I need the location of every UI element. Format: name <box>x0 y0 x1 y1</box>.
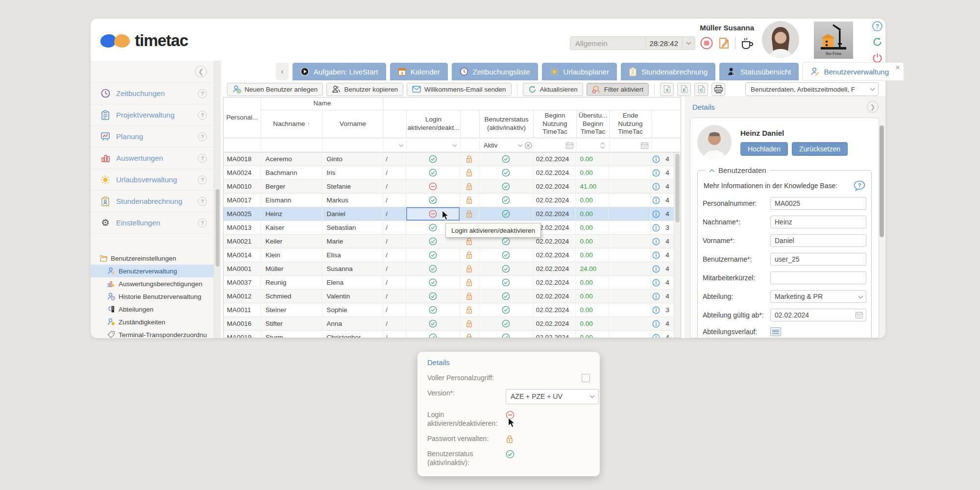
sidebar-item-auswertungen[interactable]: Auswertungen ? <box>91 147 214 169</box>
column-header-nachname[interactable]: Nachname↑ <box>261 110 322 138</box>
help-icon[interactable]: ? <box>872 21 882 31</box>
copy-user-button[interactable]: Benutzer kopieren <box>326 83 403 96</box>
voller-personalzugriff-checkbox[interactable] <box>582 374 590 382</box>
mitarbeiterkuerzel-input[interactable] <box>770 271 866 284</box>
sidebar-item-stundenabrechnung[interactable]: Stundenabrechnung ? <box>91 191 214 212</box>
cell-passwort-lock[interactable] <box>460 194 479 207</box>
cell-login-toggle[interactable] <box>406 180 460 193</box>
cell-info[interactable] <box>651 235 661 248</box>
cell-passwort-lock[interactable] <box>460 207 479 220</box>
cell-status-toggle[interactable] <box>479 262 533 275</box>
logout-power-icon[interactable] <box>872 52 882 63</box>
column-header-beginn[interactable]: Beginn Nutzung TimeTac <box>534 110 577 138</box>
cell-status-toggle[interactable] <box>479 248 533 262</box>
tab-stundenabrechnung[interactable]: Stundenabrechnung <box>621 63 715 80</box>
abteilungsverlauf-icon[interactable] <box>770 327 781 336</box>
filter-login-dropdown[interactable] <box>407 140 461 151</box>
new-user-button[interactable]: Neuen Benutzer anlegen <box>227 83 323 96</box>
cell-passwort-lock[interactable] <box>460 331 479 338</box>
cell-status-toggle[interactable] <box>479 290 533 303</box>
cell-info[interactable] <box>651 276 661 289</box>
cell-login-toggle[interactable] <box>406 317 460 330</box>
table-row[interactable]: MA0018 Aceremo Ginto / 02.02.2024 <box>223 152 674 166</box>
cell-passwort-lock[interactable] <box>460 248 479 262</box>
sidebar-item-urlaubsverwaltung[interactable]: Urlaubsverwaltung ? <box>91 169 214 191</box>
benutzerdaten-legend[interactable]: Benutzerdaten <box>706 166 770 174</box>
details-collapse-button[interactable]: ❯ <box>867 101 879 113</box>
grid-scrollbar[interactable] <box>674 152 681 338</box>
tab-aufgaben-livestart[interactable]: Aufgaben: LiveStart <box>293 63 386 80</box>
cell-login-toggle[interactable] <box>406 290 460 303</box>
cell-login-toggle[interactable] <box>406 276 460 289</box>
help-icon[interactable]: ? <box>198 219 207 227</box>
cell-status-toggle[interactable] <box>479 180 533 193</box>
cell-info[interactable] <box>651 290 661 303</box>
tab-zeitbuchungsliste[interactable]: Zeitbuchungsliste <box>452 63 538 80</box>
tab-urlaubsplaner[interactable]: Urlaubsplaner <box>542 63 617 80</box>
cell-status-toggle[interactable] <box>479 207 533 220</box>
help-icon[interactable]: ? <box>198 197 207 206</box>
task-dropdown-button[interactable] <box>682 37 695 49</box>
view-columns-select[interactable]: Benutzerdaten, Arbeitszeitmodell, F <box>745 82 879 96</box>
cell-status-toggle[interactable] <box>479 317 533 330</box>
tab-benutzerverwaltung-active[interactable]: Benutzerverwaltung ✕ <box>803 63 904 80</box>
filter-passwort[interactable] <box>461 140 480 151</box>
user-avatar[interactable] <box>762 21 799 58</box>
upload-button[interactable]: Hochladen <box>740 142 788 156</box>
tab-close-icon[interactable]: ✕ <box>895 65 900 71</box>
help-icon[interactable]: ? <box>198 154 207 163</box>
cell-status-toggle[interactable] <box>479 166 533 179</box>
export-csv-button[interactable]: C <box>694 83 708 96</box>
personalnummer-input[interactable]: MA0025 <box>770 197 866 210</box>
cell-login-toggle[interactable] <box>406 262 460 275</box>
scrollbar-thumb[interactable] <box>216 189 220 267</box>
cell-info[interactable] <box>651 303 661 317</box>
task-name[interactable]: Allgemein <box>570 39 645 48</box>
filter-ende-date[interactable] <box>610 140 652 151</box>
stop-timer-icon[interactable] <box>700 37 713 49</box>
details-scrollbar[interactable] <box>880 122 884 332</box>
version-select[interactable]: AZE + PZE + UV <box>506 389 599 404</box>
sidebar-item-projektverwaltung[interactable]: Projektverwaltung ? <box>91 104 214 126</box>
table-row[interactable]: MA0024 Bachmann Iris / 02.02.2024 <box>223 166 674 180</box>
help-icon[interactable]: ? <box>198 89 207 98</box>
scrollbar-thumb[interactable] <box>675 154 680 222</box>
table-row[interactable]: MA0011 Steiner Sophie / 02.02.2024 <box>223 303 674 317</box>
help-icon[interactable]: ? <box>198 175 207 184</box>
filter-beginn-date[interactable] <box>534 140 577 151</box>
reset-button[interactable]: Zurücksetzen <box>792 142 848 156</box>
filter-nachname[interactable] <box>261 140 322 151</box>
sidebar-item-planung[interactable]: Planung ? <box>91 126 214 147</box>
tree-item-auswertungsberechtigungen[interactable]: Auswertungsberechtigungen <box>91 277 214 290</box>
welcome-email-button[interactable]: Willkommens-Email senden <box>407 83 512 96</box>
cell-passwort-lock[interactable] <box>460 166 479 179</box>
column-header-login[interactable]: Login aktivieren/deakt... <box>407 110 461 138</box>
table-row[interactable]: MA0001 Müller Susanna / 02.02.2024 <box>223 262 674 276</box>
cell-login-toggle[interactable] <box>406 248 460 262</box>
export-e-button[interactable]: E <box>677 83 691 96</box>
cell-info[interactable] <box>651 221 661 234</box>
column-header-ende[interactable]: Ende Nutzung TimeTac <box>610 110 652 138</box>
table-row[interactable]: MA0037 Reunig Elena / 02.02.2024 <box>223 276 674 290</box>
column-group-name[interactable]: Name <box>261 98 384 110</box>
column-header-vorname[interactable]: Vorname <box>322 110 384 138</box>
filter-personal[interactable] <box>223 140 261 151</box>
tree-item-terminal-transponderzuordnung[interactable]: Terminal-Transponderzuordnu <box>91 328 214 338</box>
tab-statusuebersicht[interactable]: Statusübersicht <box>719 63 799 80</box>
cell-info[interactable] <box>651 152 661 166</box>
help-icon[interactable]: ? <box>198 132 207 141</box>
cell-passwort-lock[interactable] <box>460 303 479 317</box>
cell-info[interactable] <box>651 180 661 193</box>
cell-passwort-lock[interactable] <box>460 290 479 303</box>
calendar-icon[interactable] <box>855 311 863 319</box>
cell-login-toggle[interactable] <box>406 331 460 338</box>
column-header-benutzerstatus[interactable]: Benutzerstatus (aktiv/inaktiv) <box>480 110 534 138</box>
cell-status-toggle[interactable] <box>479 194 533 207</box>
table-row[interactable]: MA0017 Eismann Markus / 02.02.2024 <box>223 194 674 207</box>
status-active-icon[interactable] <box>506 450 514 459</box>
cell-info[interactable] <box>651 317 661 330</box>
benutzername-input[interactable]: user_25 <box>770 253 866 266</box>
person-avatar[interactable] <box>697 125 732 159</box>
sidebar-collapse-button[interactable]: ❮ <box>195 66 207 77</box>
cell-status-toggle[interactable] <box>479 303 533 317</box>
